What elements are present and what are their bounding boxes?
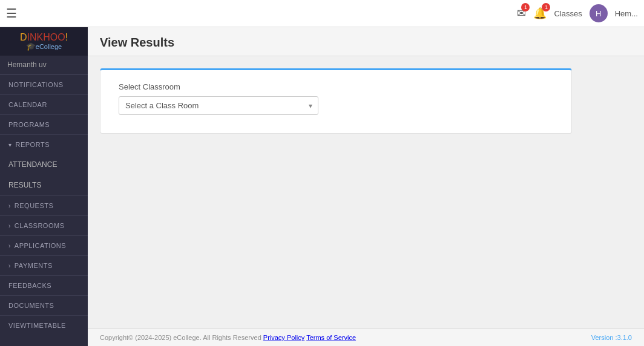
hamburger-icon[interactable]: ☰ xyxy=(6,6,17,21)
sidebar-item-documents[interactable]: DOCUMENTS xyxy=(0,296,88,315)
footer-copyright: Copyright© (2024-2025) eCollege. All Rig… xyxy=(100,334,356,341)
username-nav: Hem... xyxy=(615,9,638,18)
requests-label: REQUESTS xyxy=(15,202,54,209)
main-layout: DINKHOO! 🎓eCollege Hemanth uv NOTIFICATI… xyxy=(0,27,644,346)
sidebar: DINKHOO! 🎓eCollege Hemanth uv NOTIFICATI… xyxy=(0,27,88,346)
classroom-select-wrapper: Select a Class Room ▾ xyxy=(119,96,318,115)
sidebar-item-classrooms[interactable]: › CLASSROOMS xyxy=(0,216,88,235)
privacy-policy-link[interactable]: Privacy Policy xyxy=(263,334,304,341)
sidebar-item-results[interactable]: RESULTS xyxy=(0,175,88,195)
reports-chevron-icon: ▾ xyxy=(8,142,12,148)
logo-ecollege: eCollege xyxy=(36,43,62,50)
copyright-text: Copyright© (2024-2025) eCollege. All Rig… xyxy=(100,334,261,341)
payments-label: PAYMENTS xyxy=(15,262,53,269)
bell-badge: 1 xyxy=(542,3,550,11)
content-footer: Copyright© (2024-2025) eCollege. All Rig… xyxy=(88,328,644,346)
content-body: Select Classroom Select a Class Room ▾ xyxy=(88,56,644,328)
email-icon-wrapper[interactable]: ✉ 1 xyxy=(517,7,526,20)
email-badge: 1 xyxy=(521,3,530,11)
sidebar-item-attendance[interactable]: ATTENDANCE xyxy=(0,154,88,175)
sidebar-item-requests[interactable]: › REQUESTS xyxy=(0,196,88,215)
sidebar-item-payments[interactable]: › PAYMENTS xyxy=(0,256,88,275)
content-header: View Results xyxy=(88,27,644,56)
version-text: Version :3.1.0 xyxy=(591,334,632,341)
applications-label: APPLICATIONS xyxy=(15,242,66,249)
classes-button[interactable]: Classes xyxy=(554,9,582,18)
logo-area: DINKHOO! 🎓eCollege xyxy=(0,27,88,56)
terms-of-service-link[interactable]: Terms of Service xyxy=(306,334,356,341)
classroom-select[interactable]: Select a Class Room xyxy=(119,96,318,115)
logo-d: D xyxy=(20,32,27,42)
select-classroom-card: Select Classroom Select a Class Room ▾ xyxy=(100,68,572,134)
sidebar-item-notifications[interactable]: NOTIFICATIONS xyxy=(0,75,88,94)
content-area: View Results Select Classroom Select a C… xyxy=(88,27,644,346)
top-nav-right: ✉ 1 🔔 1 Classes H Hem... xyxy=(517,4,638,22)
logo-inkhoo: INKHOO xyxy=(27,32,65,42)
avatar: H xyxy=(590,4,608,22)
select-classroom-label: Select Classroom xyxy=(119,82,553,91)
sidebar-item-applications[interactable]: › APPLICATIONS xyxy=(0,236,88,255)
payments-chevron-icon: › xyxy=(8,263,11,269)
logo-sub: 🎓eCollege xyxy=(26,42,62,51)
logo-excl: ! xyxy=(65,32,68,42)
top-nav: ☰ ✉ 1 🔔 1 Classes H Hem... xyxy=(0,0,644,27)
sidebar-item-reports[interactable]: ▾ REPORTS xyxy=(0,135,88,154)
classrooms-chevron-icon: › xyxy=(8,223,11,229)
sidebar-username: Hemanth uv xyxy=(0,56,88,74)
classrooms-label: CLASSROOMS xyxy=(15,222,65,229)
sidebar-item-calendar[interactable]: CALENDAR xyxy=(0,95,88,114)
applications-chevron-icon: › xyxy=(8,243,11,249)
sidebar-item-feedbacks[interactable]: FEEDBACKS xyxy=(0,276,88,295)
sidebar-item-programs[interactable]: PROGRAMS xyxy=(0,115,88,134)
bell-icon-wrapper[interactable]: 🔔 1 xyxy=(533,7,547,20)
sidebar-item-viewtimetable[interactable]: ViewTimeTable xyxy=(0,316,88,335)
requests-chevron-icon: › xyxy=(8,203,11,209)
logo-cap: 🎓 xyxy=(26,42,36,51)
reports-label: REPORTS xyxy=(16,141,50,148)
page-title: View Results xyxy=(100,36,632,50)
